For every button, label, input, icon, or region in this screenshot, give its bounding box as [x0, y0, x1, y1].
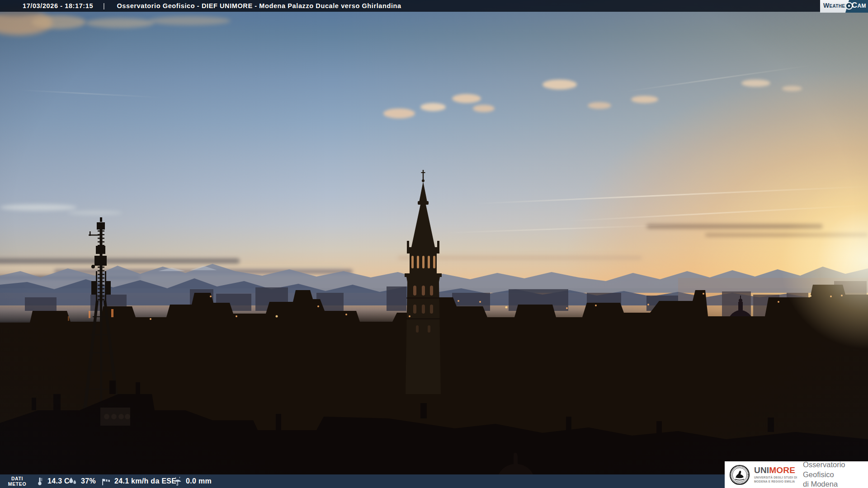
webcam-frame: 17/03/2026 - 18:17:15 | Osservatorio Geo…: [0, 0, 868, 488]
meteo-label-line1: DATI: [11, 476, 23, 481]
meteo-label: DATI METEO: [0, 474, 34, 488]
humidity-icon: [68, 476, 78, 486]
unimore-uni-text: UNI: [754, 465, 769, 475]
observatory-name-line1: Osservatorio Geofisico: [803, 460, 868, 480]
weathercam-logo[interactable]: Weather Cam: [820, 0, 868, 13]
wind-value: 24.1 km/h da ESE: [114, 477, 176, 485]
humidity-reading: 37%: [68, 474, 96, 488]
wind-icon: [100, 476, 111, 487]
wind-reading: 24.1 km/h da ESE: [100, 474, 176, 488]
rooftop-vent-box: [100, 408, 130, 426]
observatory-name: Osservatorio Geofisico di Modena: [803, 460, 868, 488]
observatory-name-line2: di Modena: [803, 479, 868, 488]
ghirlandina-tower: [405, 170, 442, 394]
unimore-seal-icon: [729, 465, 750, 485]
unimore-wordmark: UNIMORE UNIVERSITÀ DEGLI STUDI DI MODENA…: [754, 466, 797, 483]
rain-reading: 0.0 mm: [173, 474, 212, 488]
temperature-value: 14.3 C: [47, 477, 70, 485]
rain-value: 0.0 mm: [186, 477, 212, 485]
rain-icon: [173, 476, 183, 486]
top-info-bar: 17/03/2026 - 18:17:15 | Osservatorio Geo…: [0, 0, 868, 12]
unimore-more-text: MORE: [769, 465, 795, 475]
city-panorama: [0, 0, 868, 488]
unimore-branding[interactable]: UNIMORE UNIVERSITÀ DEGLI STUDI DI MODENA…: [725, 461, 868, 488]
meteo-label-line2: METEO: [8, 481, 26, 487]
camera-title: Osservatorio Geofisico - DIEF UNIMORE - …: [117, 2, 401, 9]
weathercam-word2: Cam: [852, 1, 866, 10]
temperature-reading: 14.3 C: [35, 474, 70, 488]
unimore-sub-line1: UNIVERSITÀ DEGLI STUDI DI: [754, 476, 797, 479]
timestamp: 17/03/2026 - 18:17:15: [23, 2, 93, 9]
separator: |: [103, 2, 105, 9]
humidity-value: 37%: [81, 477, 96, 485]
thermometer-icon: [35, 476, 44, 487]
unimore-sub-line2: MODENA E REGGIO EMILIA: [754, 480, 797, 483]
